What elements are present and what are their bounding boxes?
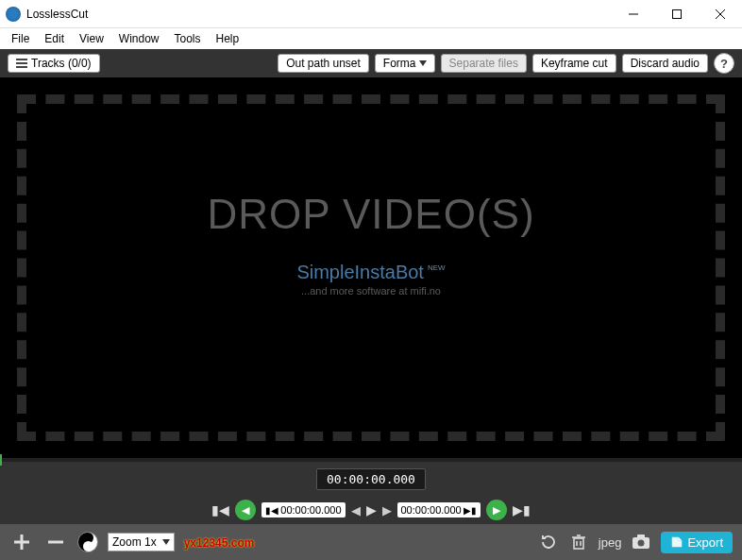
toolbar: Tracks (0/0) Out path unset Forma Separa… [0, 49, 742, 77]
svg-rect-1 [673, 9, 682, 18]
menu-file[interactable]: File [4, 30, 37, 47]
timeline-area: 00:00:00.000 ▮◀ ◀ ▮◀ 00:00:00.000 ◀ ▶ ▶ … [0, 458, 742, 524]
menu-view[interactable]: View [72, 30, 111, 47]
video-drop-area[interactable]: DROP VIDEO(S) SimpleInstaBot NEW ...and … [0, 77, 742, 458]
playhead-marker[interactable] [0, 454, 2, 466]
step-forward-icon[interactable]: ▶ [382, 503, 392, 518]
separate-files-button[interactable]: Separate files [441, 54, 527, 73]
drop-text: DROP VIDEO(S) [207, 191, 534, 238]
trash-button[interactable] [568, 534, 589, 551]
timeline-row: 00:00:00.000 [0, 462, 742, 496]
close-button[interactable] [699, 0, 742, 28]
out-path-button[interactable]: Out path unset [278, 54, 369, 73]
menu-tools[interactable]: Tools [167, 30, 209, 47]
promo-badge: NEW [428, 263, 446, 272]
titlebar: LosslessCut [0, 0, 742, 28]
capture-format-button[interactable]: jpeg [599, 535, 622, 550]
hamburger-icon [16, 59, 27, 68]
skip-end-icon: ▶▮ [464, 505, 477, 516]
tracks-button[interactable]: Tracks (0/0) [8, 54, 100, 73]
skip-prev-icon[interactable]: ▮◀ [211, 502, 229, 518]
help-button[interactable]: ? [714, 53, 734, 74]
menu-help[interactable]: Help [209, 30, 247, 47]
add-segment-button[interactable] [9, 533, 34, 552]
svg-rect-14 [637, 535, 645, 538]
format-select[interactable]: Forma [375, 54, 435, 73]
export-button[interactable]: Export [661, 532, 733, 553]
watermark-text: yx12345.com [184, 536, 255, 550]
menu-window[interactable]: Window [111, 30, 167, 47]
step-back-icon[interactable]: ◀ [351, 503, 361, 518]
playback-controls: ▮◀ ◀ ▮◀ 00:00:00.000 ◀ ▶ ▶ 00:00:00.000 … [0, 496, 742, 524]
keyframe-cut-button[interactable]: Keyframe cut [532, 54, 616, 73]
skip-start-icon: ▮◀ [265, 505, 278, 516]
play-icon[interactable]: ▶ [366, 502, 377, 518]
app-icon [6, 7, 21, 22]
svg-rect-7 [574, 538, 583, 549]
set-cut-end-button[interactable]: ▶ [486, 500, 507, 520]
chevron-down-icon [162, 539, 170, 545]
cut-start-time[interactable]: ▮◀ 00:00:00.000 [261, 502, 345, 518]
seek-track[interactable] [0, 458, 742, 462]
promo-block: SimpleInstaBot NEW ...and more software … [296, 262, 445, 297]
promo-title[interactable]: SimpleInstaBot NEW [296, 262, 445, 283]
camera-icon[interactable] [631, 535, 651, 550]
discard-audio-button[interactable]: Discard audio [622, 54, 708, 73]
rotate-button[interactable] [538, 534, 559, 551]
export-icon [670, 535, 683, 549]
set-cut-start-button[interactable]: ◀ [235, 500, 256, 520]
remove-segment-button[interactable] [43, 533, 68, 552]
chevron-down-icon [419, 60, 427, 66]
menu-edit[interactable]: Edit [37, 30, 72, 47]
skip-next-icon[interactable]: ▶▮ [513, 502, 531, 518]
current-time[interactable]: 00:00:00.000 [316, 468, 426, 490]
window-title: LosslessCut [26, 8, 88, 21]
minimize-button[interactable] [612, 0, 655, 28]
zoom-select[interactable]: Zoom 1x [108, 533, 175, 552]
svg-point-13 [638, 540, 645, 547]
maximize-button[interactable] [655, 0, 699, 28]
tracks-label: Tracks (0/0) [31, 57, 92, 70]
bottombar: Zoom 1x yx12345.com jpeg Export [0, 524, 742, 560]
menubar: File Edit View Window Tools Help [0, 28, 742, 49]
invert-segments-button[interactable] [77, 532, 98, 552]
cut-end-time[interactable]: 00:00:00.000 ▶▮ [397, 502, 481, 518]
promo-subtitle: ...and more software at mifi.no [296, 285, 445, 297]
